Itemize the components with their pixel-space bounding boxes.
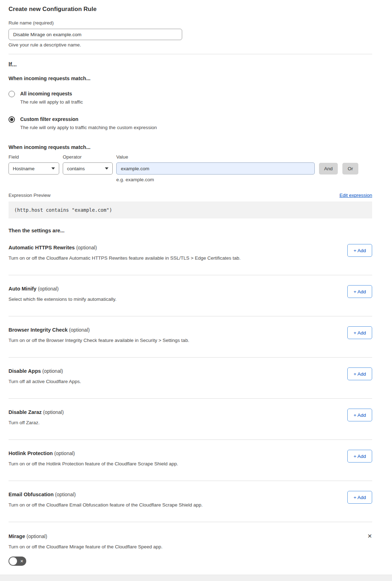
- setting-description: Turn on or off the Cloudflare Automatic …: [9, 255, 372, 261]
- match-heading: When incoming requests match...: [9, 75, 372, 82]
- add-button[interactable]: + Add: [347, 491, 372, 504]
- setting-row-disable-zaraz: Disable Zaraz(optional) Turn off Zaraz. …: [9, 399, 372, 440]
- add-button[interactable]: + Add: [347, 244, 372, 257]
- setting-description: Turn on or off the Cloudflare Mirage fea…: [9, 544, 372, 550]
- field-label: Field: [9, 154, 63, 160]
- setting-title: Automatic HTTPS Rewrites: [9, 245, 75, 250]
- page-title: Create new Configuration Rule: [9, 5, 372, 13]
- setting-title: Disable Zaraz: [9, 409, 42, 415]
- setting-optional-label: (optional): [69, 327, 90, 333]
- expression-code: (http.host contains "example.com"): [14, 207, 112, 213]
- setting-description: Turn off Zaraz.: [9, 420, 372, 426]
- bottom-strip: [0, 575, 392, 581]
- radio-label: All incoming requests: [20, 90, 83, 97]
- divider: [9, 54, 372, 54]
- setting-title: Email Obfuscation: [9, 492, 54, 497]
- setting-title: Hotlink Protection: [9, 450, 53, 456]
- expression-preview-label: Expression Preview: [9, 192, 51, 199]
- radio-option-all-requests[interactable]: All incoming requests The rule will appl…: [9, 90, 372, 105]
- setting-row-automatic-https-rewrites: Automatic HTTPS Rewrites(optional) Turn …: [9, 234, 372, 275]
- expression-preview-box: (http.host contains "example.com"): [9, 201, 372, 218]
- toggle-off-x-icon: ✕: [20, 559, 23, 563]
- setting-optional-label: (optional): [42, 368, 63, 374]
- close-icon[interactable]: ✕: [368, 533, 372, 540]
- add-button[interactable]: + Add: [347, 450, 372, 463]
- operator-select-value: contains: [67, 166, 85, 171]
- add-button[interactable]: + Add: [347, 367, 372, 380]
- field-select-value: Hostname: [13, 166, 35, 171]
- setting-title: Browser Integrity Check: [9, 327, 68, 333]
- setting-row-auto-minify: Auto Minify(optional) Select which file …: [9, 275, 372, 316]
- setting-row-email-obfuscation: Email Obfuscation(optional) Turn on or o…: [9, 481, 372, 522]
- setting-optional-label: (optional): [38, 286, 58, 292]
- and-button[interactable]: And: [319, 163, 338, 175]
- create-configuration-rule-form: Create new Configuration Rule Rule name …: [0, 0, 392, 579]
- radio-button-selected[interactable]: [9, 116, 15, 123]
- add-button[interactable]: + Add: [347, 409, 372, 421]
- setting-row-hotlink-protection: Hotlink Protection(optional) Turn on or …: [9, 440, 372, 481]
- then-heading: Then the settings are...: [9, 227, 372, 234]
- chevron-down-icon: [51, 167, 55, 170]
- setting-row-mirage: Mirage(optional) ✕ Turn on or off the Cl…: [9, 522, 372, 579]
- builder-heading: When incoming requests match...: [9, 144, 372, 151]
- or-button[interactable]: Or: [342, 163, 358, 175]
- edit-expression-link[interactable]: Edit expression: [340, 192, 372, 199]
- rule-name-input[interactable]: [9, 29, 182, 40]
- operator-label: Operator: [63, 154, 116, 160]
- radio-description: The rule will only apply to traffic matc…: [20, 124, 157, 131]
- rule-name-label: Rule name (required): [9, 20, 372, 26]
- setting-row-browser-integrity-check: Browser Integrity Check(optional) Turn o…: [9, 316, 372, 358]
- setting-description: Select which file extensions to minify a…: [9, 296, 372, 303]
- setting-description: Turn on or off the Cloudflare Email Obfu…: [9, 502, 372, 508]
- setting-title: Mirage: [9, 533, 25, 539]
- value-label: Value: [116, 154, 128, 160]
- setting-title: Disable Apps: [9, 368, 41, 374]
- setting-row-disable-apps: Disable Apps(optional) Turn off all acti…: [9, 358, 372, 399]
- add-button[interactable]: + Add: [347, 326, 372, 339]
- setting-description: Turn off all active Cloudflare Apps.: [9, 378, 372, 385]
- toggle-knob: [9, 557, 17, 565]
- mirage-toggle-off[interactable]: ✕: [9, 557, 26, 566]
- setting-title: Auto Minify: [9, 286, 37, 292]
- setting-optional-label: (optional): [54, 450, 75, 456]
- field-select[interactable]: Hostname: [9, 162, 59, 175]
- add-button[interactable]: + Add: [347, 285, 372, 298]
- radio-button-unselected[interactable]: [9, 91, 15, 97]
- setting-optional-label: (optional): [27, 533, 47, 539]
- radio-label: Custom filter expression: [20, 116, 157, 122]
- value-input[interactable]: [116, 162, 315, 175]
- operator-select[interactable]: contains: [63, 162, 113, 175]
- rule-name-help: Give your rule a descriptive name.: [9, 42, 372, 48]
- setting-description: Turn on or off the Hotlink Protection fe…: [9, 461, 372, 467]
- value-help: e.g. example.com: [116, 177, 372, 183]
- setting-optional-label: (optional): [76, 245, 97, 250]
- if-heading: If...: [9, 61, 372, 68]
- radio-description: The rule will apply to all traffic: [20, 99, 83, 105]
- setting-optional-label: (optional): [55, 492, 75, 497]
- setting-description: Turn on or off the Browser Integrity Che…: [9, 337, 372, 344]
- chevron-down-icon: [105, 167, 108, 170]
- radio-option-custom-filter[interactable]: Custom filter expression The rule will o…: [9, 116, 372, 131]
- setting-optional-label: (optional): [43, 409, 64, 415]
